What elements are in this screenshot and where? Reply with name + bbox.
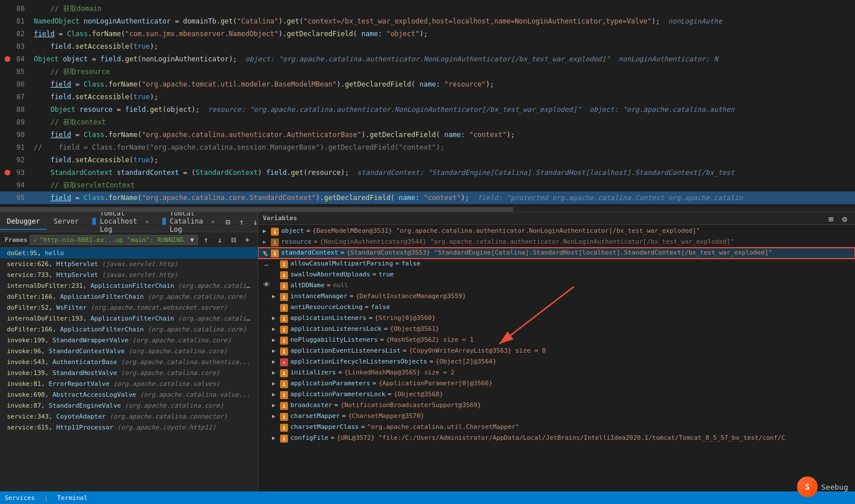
frames-add-btn[interactable]: + bbox=[242, 234, 253, 245]
frame-item-7[interactable]: doFilter:166, ApplicationFilterChain (or… bbox=[0, 324, 258, 335]
bottom-status-bar: Services | Terminal bbox=[0, 491, 855, 504]
tab-debugger[interactable]: Debugger bbox=[0, 214, 47, 230]
var-eq-configfile: = bbox=[331, 434, 335, 442]
frame-method-14: invoke:87 bbox=[7, 402, 41, 409]
frame-class-10: AuthenticatorBase bbox=[52, 358, 117, 366]
var-expand-applistenerslock[interactable]: ▶ bbox=[272, 326, 280, 332]
thread-dropdown[interactable]: ✓ "http-nio-8081-ex...up "main": RUNNING… bbox=[30, 235, 198, 245]
settings-gear-icon[interactable]: ⚙ bbox=[839, 213, 850, 225]
frame-item-0[interactable]: doGet:95, hello bbox=[0, 248, 258, 259]
var-item-resource[interactable]: ▶ i resource = {NonLoginAuthenticator@35… bbox=[258, 237, 855, 248]
frame-class-4: ApplicationFilterChain bbox=[60, 293, 144, 300]
frame-item-13[interactable]: invoke:690, AbstractAccessLogValve (org.… bbox=[0, 389, 258, 400]
var-expand-appevtlisteners[interactable]: ▶ bbox=[272, 347, 280, 354]
frames-up-btn[interactable]: ↑ bbox=[200, 234, 212, 245]
tab-tomcat-catalina-close[interactable]: ✕ bbox=[211, 218, 215, 225]
frame-pkg-6: (org.apache.catali... bbox=[178, 315, 258, 322]
side-eye-btn[interactable]: 👁 bbox=[262, 280, 271, 289]
var-item-applistenerslock[interactable]: ▶ i applicationListenersLock = {Object@3… bbox=[258, 324, 855, 335]
var-eq-resource: = bbox=[314, 238, 318, 245]
var-item-applifecycle[interactable]: ▶ ✕ applicationLifecycleListenersObjects… bbox=[258, 357, 855, 368]
frame-pkg-16: (org.apache.coyote.http11) bbox=[117, 424, 216, 431]
line-code-95: field = Class.forName("org.apache.catali… bbox=[32, 194, 855, 202]
var-item-broadcaster[interactable]: ▶ i broadcaster = {NotificationBroadcast… bbox=[258, 400, 855, 411]
var-expand-configfile[interactable]: ▶ bbox=[272, 435, 280, 441]
frame-pkg-11: (org.apache.catalina.core) bbox=[121, 369, 220, 377]
code-line-91: 91 // field = Class.forName("org.apache.… bbox=[0, 141, 855, 154]
code-line-95: 95 field = Class.forName("org.apache.cat… bbox=[0, 192, 855, 204]
var-item-charsetmapper[interactable]: ▶ i charsetMapper = {CharsetMapper@3570} bbox=[258, 411, 855, 422]
var-item-applisteners[interactable]: ▶ i applicationListeners = {String[0]@35… bbox=[258, 313, 855, 324]
frame-item-6[interactable]: internalDoFilter:193, ApplicationFilterC… bbox=[0, 313, 258, 324]
bottom-terminal[interactable]: Terminal bbox=[57, 494, 88, 502]
frame-class-8: StandardWrapperValve bbox=[52, 337, 128, 344]
var-item-appparams[interactable]: ▶ i applicationParameters = {Application… bbox=[258, 378, 855, 389]
var-item-allowcasual[interactable]: i allowCasualMultipartParsing = false bbox=[258, 259, 855, 269]
code-scroll-thumb[interactable] bbox=[0, 207, 513, 212]
line-code-94: // 获取servletContext bbox=[32, 181, 855, 190]
bottom-services[interactable]: Services bbox=[5, 494, 35, 502]
frame-item-3[interactable]: internalDoFilter:231, ApplicationFilterC… bbox=[0, 280, 258, 291]
var-item-appparamslock[interactable]: ▶ i applicationParametersLock = {Object@… bbox=[258, 389, 855, 400]
frame-item-2[interactable]: service:733, HttpServlet (javax.servlet.… bbox=[0, 269, 258, 280]
side-minus-btn[interactable]: − bbox=[262, 260, 271, 269]
frame-item-8[interactable]: invoke:199, StandardWrapperValve (org.ap… bbox=[0, 335, 258, 346]
var-name-appparams: applicationParameters bbox=[290, 380, 370, 387]
var-expand-appparamslock[interactable]: ▶ bbox=[272, 391, 280, 397]
frame-item-10[interactable]: invoke:543, AuthenticatorBase (org.apach… bbox=[0, 357, 258, 368]
var-item-instancemanager[interactable]: ▶ i instanceManager = {DefaultInstanceMa… bbox=[258, 291, 855, 302]
line-number-87: 87 bbox=[0, 93, 32, 101]
frames-filter-btn[interactable]: ⊟ bbox=[228, 234, 239, 245]
tab-server[interactable]: Server bbox=[47, 214, 86, 230]
code-line-81: 81 NamedObject nonLoginAuthenticator = d… bbox=[0, 15, 855, 28]
frame-class-0: hello bbox=[45, 249, 64, 257]
var-eq-swallow: = bbox=[372, 271, 376, 278]
var-item-object[interactable]: ▶ i object = {BaseModelMBean@3531} "org.… bbox=[258, 226, 855, 237]
var-item-configfile[interactable]: ▶ i configFile = {URL@3572} "file:/C:/Us… bbox=[258, 433, 855, 444]
frame-item-12[interactable]: invoke:81, ErrorReportValve (org.apache.… bbox=[0, 378, 258, 389]
frame-pkg-12: (org.apache.catalina.valves) bbox=[113, 380, 219, 388]
var-expand-instancemanager[interactable]: ▶ bbox=[272, 293, 280, 299]
var-item-altddname[interactable]: i altDDName = null bbox=[258, 280, 855, 291]
frame-item-4[interactable]: doFilter:166, ApplicationFilterChain (or… bbox=[0, 291, 258, 302]
var-name-altddname: altDDName bbox=[290, 282, 325, 289]
layout-icon[interactable]: ⊞ bbox=[825, 213, 837, 225]
var-item-appevtlisteners[interactable]: ▶ i applicationEventListenersList = {Cop… bbox=[258, 346, 855, 357]
toolbar-btn-layout[interactable]: ⊟ bbox=[221, 216, 234, 228]
var-value-antiresource: false bbox=[371, 303, 850, 311]
var-expand-broadcaster[interactable]: ▶ bbox=[272, 402, 280, 408]
var-item-nopluggability[interactable]: ▶ i noPluggabilityListeners = {HashSet@3… bbox=[258, 335, 855, 346]
frame-item-16[interactable]: service:615, Http11Processor (org.apache… bbox=[0, 422, 258, 433]
frame-item-14[interactable]: invoke:87, StandardEngineValve (org.apac… bbox=[0, 400, 258, 411]
var-expand-applifecycle[interactable]: ▶ bbox=[272, 358, 280, 365]
var-item-swallow[interactable]: i swallowAbortedUploads = true bbox=[258, 269, 855, 280]
code-scrollbar-h[interactable] bbox=[0, 207, 855, 212]
side-add-btn[interactable]: + bbox=[262, 250, 271, 259]
frame-pkg-14: (org.apache.catalina.core) bbox=[125, 402, 223, 409]
var-expand-initializers[interactable]: ▶ bbox=[272, 369, 280, 376]
var-expand-appparams[interactable]: ▶ bbox=[272, 380, 280, 386]
var-expand-applisteners[interactable]: ▶ bbox=[272, 315, 280, 321]
line-code-89: // 获取context bbox=[32, 118, 855, 127]
code-line-90: 90 field = Class.forName("org.apache.cat… bbox=[0, 128, 855, 141]
frame-item-5[interactable]: doFilter:52, WsFilter (org.apache.tomcat… bbox=[0, 302, 258, 313]
frame-item-9[interactable]: invoke:96, StandardContextValve (org.apa… bbox=[0, 346, 258, 357]
frame-item-15[interactable]: service:343, CoyoteAdapter (org.apache.c… bbox=[0, 411, 258, 422]
var-item-standardcontext[interactable]: ▼ i standardContext = {StandardContext@3… bbox=[258, 248, 855, 259]
var-expand-resource[interactable]: ▶ bbox=[263, 239, 271, 245]
var-name-charsetmapper: charsetMapper bbox=[290, 412, 340, 420]
tab-tomcat-localhost-close[interactable]: ✕ bbox=[145, 218, 149, 225]
var-item-antiresource[interactable]: i antiResourceLocking = false bbox=[258, 302, 855, 313]
frames-down-btn[interactable]: ↓ bbox=[214, 234, 226, 245]
frame-pkg-7: (org.apache.catalina.core) bbox=[147, 326, 246, 333]
var-expand-charsetmapper[interactable]: ▶ bbox=[272, 413, 280, 419]
toolbar-btn-up[interactable]: ↑ bbox=[235, 216, 248, 228]
frame-item-1[interactable]: service:626, HttpServlet (javax.servlet.… bbox=[0, 259, 258, 269]
var-item-charsetmapperclass[interactable]: i charsetMapperClass = "org.apache.catal… bbox=[258, 422, 855, 433]
var-expand-object[interactable]: ▶ bbox=[263, 228, 271, 234]
var-value-appevtlisteners: {CopyOnWriteArrayList@3563} size = 0 bbox=[409, 347, 850, 354]
debug-tabs: Debugger Server Tomcat Localhost Log ✕ T… bbox=[0, 212, 258, 232]
var-item-initializers[interactable]: ▶ i initializers = {LinkedHashMap@3565} … bbox=[258, 368, 855, 378]
var-expand-nopluggability[interactable]: ▶ bbox=[272, 337, 280, 343]
frame-item-11[interactable]: invoke:139, StandardHostValve (org.apach… bbox=[0, 368, 258, 378]
